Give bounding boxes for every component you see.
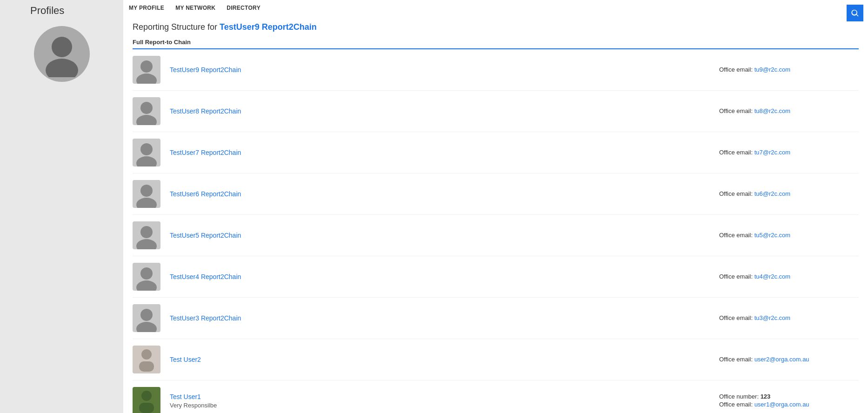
svg-point-13 (136, 280, 157, 291)
user-info: TestUser6 Report2Chain (170, 190, 719, 198)
contact-email-line: Office email: tu9@r2c.com (719, 66, 859, 73)
contact-email-line: Office email: tu5@r2c.com (719, 232, 859, 239)
user-name-link[interactable]: TestUser3 Report2Chain (170, 314, 241, 322)
avatar (133, 139, 160, 167)
user-description: Very Responsilbe (170, 402, 719, 409)
avatar (133, 263, 160, 291)
svg-point-6 (140, 143, 153, 155)
page-heading: Reporting Structure for TestUser9 Report… (133, 22, 859, 32)
email-link[interactable]: tu3@r2c.com (754, 314, 791, 321)
user-info: TestUser7 Report2Chain (170, 149, 719, 156)
user-name-link[interactable]: TestUser9 Report2Chain (170, 66, 241, 73)
user-photo2-placeholder-icon (136, 389, 157, 413)
avatar (133, 56, 160, 84)
user-list: TestUser9 Report2Chain Office email: tu9… (133, 49, 859, 413)
user-contact: Office email: tu9@r2c.com (719, 66, 859, 74)
user-silhouette-icon (136, 266, 157, 291)
svg-point-12 (140, 267, 153, 280)
user-contact: Office email: tu4@r2c.com (719, 273, 859, 281)
contact-phone-line: Office number: 123 (719, 393, 859, 400)
user-silhouette-icon (136, 101, 157, 125)
user-info: TestUser4 Report2Chain (170, 273, 719, 280)
user-info: Test User1 Very Responsilbe (170, 393, 719, 409)
user-contact: Office email: tu6@r2c.com (719, 190, 859, 198)
user-silhouette-icon (136, 142, 157, 167)
contact-email-line: Office email: user1@orga.com.au (719, 401, 859, 408)
user-silhouette-icon (136, 225, 157, 249)
svg-point-7 (136, 156, 157, 167)
list-item: TestUser9 Report2Chain Office email: tu9… (133, 49, 859, 91)
section-title: Full Report-to Chain (133, 39, 859, 49)
user-name-link[interactable]: TestUser8 Report2Chain (170, 107, 241, 115)
svg-point-11 (136, 239, 157, 249)
email-link[interactable]: tu5@r2c.com (754, 232, 791, 239)
svg-rect-19 (139, 403, 154, 413)
svg-point-5 (136, 115, 157, 125)
email-link[interactable]: user2@orga.com.au (754, 356, 809, 363)
main-content: MY PROFILE MY NETWORK DIRECTORY Reportin… (123, 0, 868, 413)
contact-email-line: Office email: tu3@r2c.com (719, 314, 859, 321)
user-info: TestUser3 Report2Chain (170, 314, 719, 322)
user-contact: Office email: tu5@r2c.com (719, 232, 859, 240)
contact-email-line: Office email: tu8@r2c.com (719, 107, 859, 114)
svg-point-9 (136, 198, 157, 208)
avatar (133, 346, 160, 373)
user-silhouette-icon (136, 184, 157, 208)
svg-point-3 (136, 73, 157, 84)
heading-name: TestUser9 Report2Chain (220, 22, 317, 32)
svg-rect-17 (139, 361, 154, 372)
sidebar-title: Profiles (0, 5, 64, 17)
email-link[interactable]: tu9@r2c.com (754, 66, 791, 73)
user-contact: Office email: tu3@r2c.com (719, 314, 859, 322)
svg-point-14 (140, 309, 153, 321)
email-link[interactable]: user1@orga.com.au (754, 401, 809, 408)
user-contact: Office email: tu8@r2c.com (719, 107, 859, 115)
svg-point-2 (140, 60, 153, 73)
user-name-link[interactable]: TestUser5 Report2Chain (170, 232, 241, 239)
avatar (133, 304, 160, 332)
user-name-link[interactable]: Test User1 (170, 393, 201, 400)
user-name-link[interactable]: TestUser7 Report2Chain (170, 149, 241, 156)
page-content: Reporting Structure for TestUser9 Report… (123, 15, 868, 413)
search-button[interactable] (847, 5, 863, 21)
nav-my-profile[interactable]: MY PROFILE (123, 5, 170, 11)
email-link[interactable]: tu7@r2c.com (754, 149, 791, 156)
user-name-link[interactable]: Test User2 (170, 356, 201, 363)
avatar (133, 387, 160, 413)
avatar (133, 180, 160, 208)
svg-point-16 (141, 349, 152, 360)
nav-directory[interactable]: DIRECTORY (221, 5, 266, 11)
list-item: TestUser6 Report2Chain Office email: tu6… (133, 173, 859, 215)
user-info: TestUser8 Report2Chain (170, 107, 719, 115)
list-item: TestUser7 Report2Chain Office email: tu7… (133, 132, 859, 173)
email-link[interactable]: tu6@r2c.com (754, 190, 791, 197)
search-icon (850, 8, 860, 18)
user-contact: Office number: 123 Office email: user1@o… (719, 393, 859, 409)
avatar (133, 97, 160, 125)
list-item: TestUser5 Report2Chain Office email: tu5… (133, 215, 859, 256)
email-link[interactable]: tu4@r2c.com (754, 273, 791, 280)
user-photo-placeholder-icon (136, 347, 157, 372)
sidebar: Profiles (0, 0, 123, 413)
email-link[interactable]: tu8@r2c.com (754, 107, 791, 114)
user-silhouette-icon (136, 60, 157, 84)
svg-point-0 (52, 37, 72, 57)
svg-point-1 (46, 59, 78, 77)
heading-prefix: Reporting Structure for (133, 22, 217, 32)
list-item: Test User1 Very Responsilbe Office numbe… (133, 380, 859, 413)
svg-point-4 (140, 102, 153, 114)
list-item: TestUser4 Report2Chain Office email: tu4… (133, 256, 859, 298)
contact-email-line: Office email: tu4@r2c.com (719, 273, 859, 280)
svg-point-18 (141, 391, 152, 401)
svg-point-15 (136, 322, 157, 332)
avatar (133, 221, 160, 249)
list-item: TestUser3 Report2Chain Office email: tu3… (133, 298, 859, 339)
user-name-link[interactable]: TestUser6 Report2Chain (170, 190, 241, 198)
user-contact: Office email: user2@orga.com.au (719, 356, 859, 364)
contact-email-line: Office email: user2@orga.com.au (719, 356, 859, 363)
nav-my-network[interactable]: MY NETWORK (170, 5, 221, 11)
contact-email-line: Office email: tu7@r2c.com (719, 149, 859, 156)
user-info: TestUser5 Report2Chain (170, 232, 719, 239)
user-name-link[interactable]: TestUser4 Report2Chain (170, 273, 241, 280)
profile-silhouette-icon (39, 31, 85, 77)
